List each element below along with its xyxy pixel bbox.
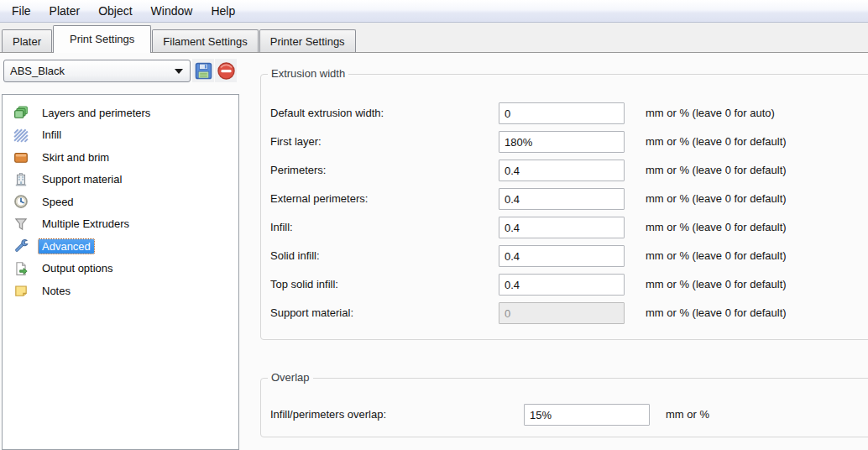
menu-bar: FilePlaterObjectWindowHelp — [0, 0, 868, 23]
group-extrusion-width: Extrusion widthDefault extrusion width:m… — [260, 74, 868, 340]
group-title: Extrusion width — [268, 67, 348, 80]
delete-icon — [216, 61, 236, 81]
menu-object[interactable]: Object — [90, 2, 140, 20]
tab-bar: PlaterPrint SettingsFilament SettingsPri… — [0, 23, 868, 53]
sidebar-item-label: Layers and perimeters — [39, 106, 154, 120]
sidebar-item-label: Support material — [39, 172, 125, 186]
label-default-extrusion-width: Default extrusion width: — [270, 107, 384, 120]
extruders-icon — [13, 217, 29, 232]
skirt-icon — [13, 149, 29, 165]
sidebar-item-label: Skirt and brim — [39, 150, 112, 165]
menu-plater[interactable]: Plater — [41, 2, 89, 20]
output-icon — [13, 261, 29, 276]
label-first-layer: First layer: — [270, 135, 322, 149]
tab-filament-settings[interactable]: Filament Settings — [152, 29, 258, 52]
sidebar-item-advanced[interactable]: Advanced — [3, 235, 238, 258]
support-material-input — [499, 302, 625, 324]
unit-hint: mm or % — [666, 408, 709, 421]
delete-preset-button[interactable] — [215, 59, 237, 82]
menu-window[interactable]: Window — [143, 2, 201, 20]
infill-input[interactable] — [499, 217, 625, 238]
tab-printer-settings[interactable]: Printer Settings — [259, 29, 356, 52]
unit-hint: mm or % (leave 0 for default) — [646, 192, 787, 206]
label-infill: Infill: — [270, 221, 293, 234]
sidebar-item-speed[interactable]: Speed — [3, 191, 238, 213]
group-overlap: OverlapInfill/perimeters overlap:mm or % — [260, 378, 868, 437]
preset-value: ABS_Black — [4, 65, 175, 77]
wrench-icon — [13, 238, 29, 254]
notes-icon — [13, 283, 29, 298]
first-layer-input[interactable] — [499, 131, 625, 153]
external-perimeters-input[interactable] — [499, 188, 625, 210]
tab-print-settings[interactable]: Print Settings — [53, 25, 151, 53]
label-solid-infill: Solid infill: — [270, 249, 320, 263]
label-support-material: Support material: — [270, 306, 353, 320]
unit-hint: mm or % (leave 0 for default) — [646, 249, 787, 263]
chevron-down-icon — [175, 69, 183, 74]
tab-plater[interactable]: Plater — [2, 29, 52, 52]
sidebar-item-skirt-and-brim[interactable]: Skirt and brim — [3, 146, 238, 169]
settings-category-list: Layers and perimetersInfillSkirt and bri… — [2, 94, 239, 450]
sidebar-item-infill[interactable]: Infill — [3, 124, 238, 147]
sidebar-item-layers-and-perimeters[interactable]: Layers and perimeters — [3, 102, 238, 124]
unit-hint: mm or % (leave 0 for default) — [646, 135, 787, 149]
support-icon — [13, 172, 29, 187]
sidebar-item-label: Infill — [39, 128, 65, 142]
sidebar-item-label: Speed — [39, 195, 77, 209]
unit-hint: mm or % (leave 0 for default) — [646, 306, 787, 320]
preset-dropdown[interactable]: ABS_Black — [3, 60, 191, 82]
print-settings-page: ABS_Black Layers and perimetersInfillSki… — [0, 53, 868, 450]
infill-icon — [13, 128, 29, 143]
menu-help[interactable]: Help — [202, 2, 243, 20]
menu-file[interactable]: File — [3, 2, 39, 20]
sidebar-item-support-material[interactable]: Support material — [3, 169, 238, 191]
save-icon — [193, 61, 213, 81]
default-extrusion-width-input[interactable] — [499, 102, 625, 124]
label-top-solid-infill: Top solid infill: — [270, 278, 338, 291]
sidebar-item-output-options[interactable]: Output options — [3, 258, 238, 280]
save-preset-button[interactable] — [192, 59, 214, 82]
unit-hint: mm or % (leave 0 for default) — [646, 164, 787, 177]
sidebar-item-label: Output options — [39, 261, 117, 275]
perimeters-input[interactable] — [499, 160, 625, 181]
label-infill-perimeters-overlap: Infill/perimeters overlap: — [270, 408, 386, 421]
layers-icon — [13, 105, 29, 120]
sidebar-item-multiple-extruders[interactable]: Multiple Extruders — [3, 213, 238, 236]
unit-hint: mm or % (leave 0 for auto) — [646, 107, 775, 120]
label-external-perimeters: External perimeters: — [270, 192, 368, 206]
sidebar-item-label: Advanced — [39, 239, 94, 254]
unit-hint: mm or % (leave 0 for default) — [646, 221, 787, 234]
infill-perimeters-overlap-input[interactable] — [524, 404, 650, 426]
sidebar-item-label: Multiple Extruders — [39, 217, 133, 231]
top-solid-infill-input[interactable] — [499, 274, 625, 296]
group-title: Overlap — [268, 371, 313, 384]
sidebar-item-label: Notes — [39, 284, 74, 298]
sidebar-item-notes[interactable]: Notes — [3, 280, 238, 302]
speed-icon — [13, 194, 29, 209]
slic3r-window: FilePlaterObjectWindowHelp PlaterPrint S… — [0, 0, 868, 450]
label-perimeters: Perimeters: — [270, 164, 326, 177]
unit-hint: mm or % (leave 0 for default) — [646, 278, 787, 291]
solid-infill-input[interactable] — [499, 245, 625, 267]
